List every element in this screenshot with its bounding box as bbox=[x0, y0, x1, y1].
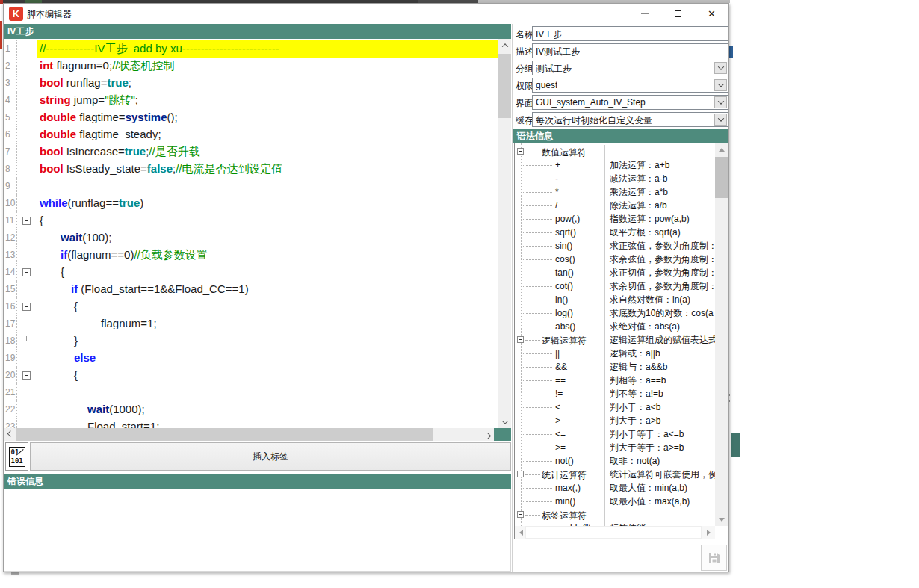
tree-item[interactable]: !=判不等：a!=b bbox=[515, 387, 715, 400]
code-line[interactable]: 20{ bbox=[4, 367, 498, 384]
code-line[interactable]: 6double flagtime_steady; bbox=[4, 126, 498, 143]
tree-item[interactable]: cos()求余弦值，参数为角度制： bbox=[515, 253, 715, 266]
code-line[interactable]: 17flagnum=1; bbox=[4, 315, 498, 332]
fold-collapse-button[interactable] bbox=[22, 371, 31, 380]
code-line[interactable]: 18} bbox=[4, 332, 498, 350]
code-line[interactable]: 3bool runflag=true; bbox=[4, 75, 498, 92]
tree-scroll-right-button[interactable] bbox=[702, 526, 715, 539]
code-line[interactable]: 9 bbox=[4, 178, 498, 195]
combo-dropdown-button[interactable] bbox=[714, 79, 727, 91]
syntax-tree[interactable]: 数值运算符+加法运算：a+b-减法运算：a-b*乘法运算：a*b/除法运算：a/… bbox=[514, 143, 728, 539]
tree-item[interactable]: ==判相等：a==b bbox=[515, 374, 715, 387]
editor-horizontal-scrollbar[interactable] bbox=[4, 428, 494, 441]
tree-vertical-scrollbar[interactable] bbox=[715, 143, 728, 526]
code-lines[interactable]: 1//-------------IV工步 add by xu----------… bbox=[4, 39, 498, 428]
fold-collapse-button[interactable] bbox=[22, 217, 31, 225]
tree-item[interactable]: min()取最小值：max(a,b) bbox=[515, 495, 715, 508]
tree-collapse-button[interactable] bbox=[517, 471, 524, 477]
code-line[interactable]: 4string jump="跳转"; bbox=[4, 92, 498, 109]
tree-item[interactable]: +加法运算：a+b bbox=[515, 158, 715, 172]
combo-dropdown-button[interactable] bbox=[714, 114, 727, 126]
tree-item[interactable]: /除法运算：a/b bbox=[515, 199, 715, 212]
line-number: 3 bbox=[4, 75, 16, 92]
code-line[interactable]: 15if (Fload_start==1&&Fload_CC==1) bbox=[4, 281, 498, 298]
code-line[interactable]: 12wait(100); bbox=[4, 229, 498, 247]
combo-field[interactable]: GUI_system_Auto_IV_Step bbox=[532, 95, 728, 110]
tree-scroll-up-button[interactable] bbox=[715, 143, 728, 156]
code-token: flagnum=1; bbox=[101, 317, 157, 329]
tree-item[interactable]: *乘法运算：a*b bbox=[515, 185, 715, 199]
tree-item[interactable]: abs()求绝对值：abs(a) bbox=[515, 320, 715, 333]
tree-collapse-button[interactable] bbox=[517, 148, 524, 155]
text-field[interactable]: IV工步 bbox=[532, 26, 728, 41]
code-line[interactable]: 16{ bbox=[4, 298, 498, 315]
tree-item[interactable]: tan()求正切值，参数为角度制： bbox=[515, 266, 715, 279]
form-field-label: 分组 bbox=[516, 63, 533, 75]
vertical-scroll-thumb[interactable] bbox=[498, 54, 511, 118]
tree-item[interactable]: >判大于：a>b bbox=[515, 414, 715, 427]
tree-item[interactable]: not()取非：not(a) bbox=[515, 454, 715, 468]
binary-label-button[interactable]: 01 101 bbox=[5, 442, 28, 471]
form-row: 描述IV测试工步 bbox=[513, 43, 728, 58]
tree-item[interactable]: <判小于：a<b bbox=[515, 400, 715, 414]
tree-item[interactable]: <=判小于等于：a<=b bbox=[515, 427, 715, 441]
tree-item[interactable]: sqrt()取平方根：sqrt(a) bbox=[515, 226, 715, 239]
tree-horizontal-scrollbar[interactable] bbox=[515, 526, 715, 539]
tree-name-cell: sin() bbox=[515, 239, 604, 253]
code-line[interactable]: 1//-------------IV工步 add by xu----------… bbox=[4, 40, 498, 58]
scroll-left-button[interactable] bbox=[4, 428, 16, 441]
minimize-button[interactable] bbox=[628, 4, 661, 24]
code-line[interactable]: 8bool IsSteady_state=false;//电流是否达到设定值 bbox=[4, 161, 498, 178]
tree-item[interactable]: cot()求余切值，参数为角度制： bbox=[515, 279, 715, 293]
tree-collapse-button[interactable] bbox=[517, 511, 524, 518]
maximize-button[interactable] bbox=[661, 4, 695, 24]
insert-label-button[interactable]: 插入标签 bbox=[30, 442, 511, 471]
code-line[interactable]: 22wait(1000); bbox=[4, 401, 498, 418]
code-line[interactable]: 23Fload_start=1; bbox=[4, 418, 498, 428]
tree-item[interactable]: ||逻辑或：a||b bbox=[515, 347, 715, 360]
fold-collapse-button[interactable] bbox=[22, 303, 31, 311]
close-button[interactable]: ✕ bbox=[695, 4, 728, 24]
tree-vertical-scroll-thumb[interactable] bbox=[715, 157, 728, 198]
combo-field[interactable]: 每次运行时初始化自定义变量 bbox=[532, 112, 728, 127]
code-line[interactable]: 10while(runflag==true) bbox=[4, 195, 498, 212]
fold-collapse-button[interactable] bbox=[22, 268, 31, 276]
tree-item[interactable]: 统计运算符统计运算符可嵌套使用，例 bbox=[515, 468, 715, 481]
combo-dropdown-button[interactable] bbox=[714, 62, 727, 74]
code-line[interactable]: 21 bbox=[4, 384, 498, 401]
tree-item[interactable]: pow(,)指数运算：pow(a,b) bbox=[515, 212, 715, 226]
tree-horizontal-scroll-thumb[interactable] bbox=[525, 526, 702, 539]
code-editor[interactable]: 1//-------------IV工步 add by xu----------… bbox=[4, 39, 511, 428]
scroll-right-button[interactable] bbox=[481, 428, 494, 441]
scroll-up-button[interactable] bbox=[498, 39, 511, 52]
tree-item[interactable]: -减法运算：a-b bbox=[515, 172, 715, 185]
editor-vertical-scrollbar[interactable] bbox=[498, 39, 511, 428]
scroll-down-button[interactable] bbox=[498, 415, 511, 428]
tree-item[interactable]: 数值运算符 bbox=[515, 145, 715, 158]
tree-item[interactable]: sin()求正弦值，参数为角度制： bbox=[515, 239, 715, 253]
code-line[interactable]: 2int flagnum=0;//状态机控制 bbox=[4, 58, 498, 75]
fold-margin bbox=[16, 109, 37, 126]
tree-item[interactable]: ln()求自然对数值：ln(a) bbox=[515, 293, 715, 306]
titlebar[interactable]: K 脚本编辑器 ✕ bbox=[4, 4, 728, 24]
combo-dropdown-button[interactable] bbox=[714, 96, 727, 108]
code-line[interactable]: 19else bbox=[4, 350, 498, 367]
tree-item[interactable]: max(,)取最大值：min(a,b) bbox=[515, 481, 715, 495]
tree-item[interactable]: &&逻辑与：a&&b bbox=[515, 360, 715, 374]
text-field[interactable]: IV测试工步 bbox=[532, 43, 728, 58]
horizontal-scroll-thumb[interactable] bbox=[16, 428, 433, 441]
combo-field[interactable]: 测试工步 bbox=[532, 61, 728, 75]
tree-item[interactable]: 标签运算符 bbox=[515, 508, 715, 522]
combo-field[interactable]: guest bbox=[532, 78, 728, 93]
code-line[interactable]: 14{ bbox=[4, 264, 498, 281]
tree-item[interactable]: log()求底数为10的对数：cos(a bbox=[515, 306, 715, 320]
tree-collapse-button[interactable] bbox=[517, 336, 524, 343]
tree-item[interactable]: 逻辑运算符逻辑运算组成的赋值表达式 bbox=[515, 333, 715, 347]
tree-item[interactable]: >=判大于等于：a>=b bbox=[515, 441, 715, 454]
code-line[interactable]: 11{ bbox=[4, 212, 498, 229]
tree-scroll-down-button[interactable] bbox=[715, 513, 728, 526]
code-line[interactable]: 13if(flagnum==0)//负载参数设置 bbox=[4, 247, 498, 264]
code-line[interactable]: 5double flagtime=systime(); bbox=[4, 109, 498, 126]
save-button[interactable] bbox=[701, 545, 727, 571]
code-line[interactable]: 7bool IsIncrease=true;//是否升载 bbox=[4, 143, 498, 161]
